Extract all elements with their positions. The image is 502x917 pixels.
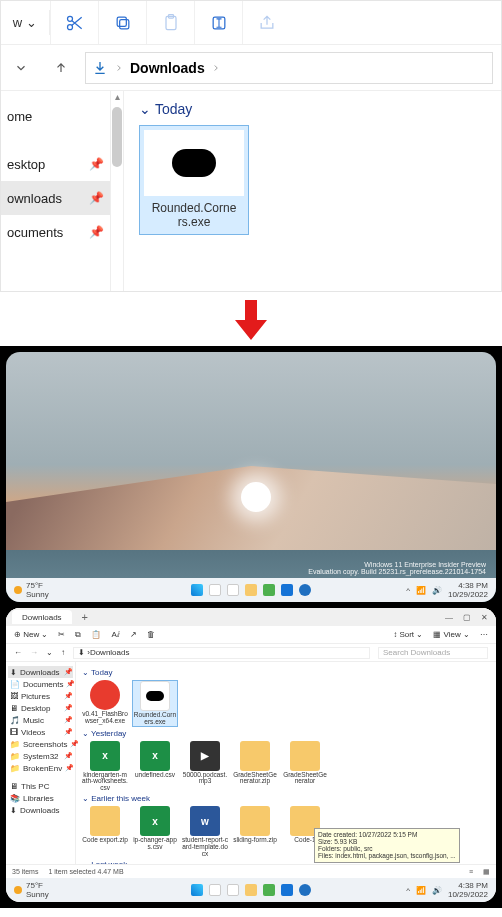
file-tile[interactable]: v0.41_FlashBrowser_x64.exe <box>82 680 128 727</box>
explorer-icon[interactable] <box>245 584 257 596</box>
recent-dropdown[interactable] <box>1 45 41 90</box>
explorer-main: ⬇Downloads📌 📄Documents📌 🖼Pictures📌 🖥Desk… <box>6 662 496 864</box>
file-tile[interactable]: GradeSheetGenerator <box>282 741 328 792</box>
file-tile[interactable]: ▶50000.podcast.mp3 <box>182 741 228 792</box>
nav-item[interactable]: 🎞Videos📌 <box>8 726 73 738</box>
explorer-tab[interactable]: Downloads <box>12 610 72 624</box>
weather-temp: 75°F <box>26 581 43 590</box>
close-button[interactable]: ✕ <box>481 613 488 622</box>
volume-icon[interactable]: 🔊 <box>432 586 442 595</box>
file-tile[interactable]: xundefined.csv <box>132 741 178 792</box>
nav-item[interactable]: 🖥Desktop📌 <box>8 702 73 714</box>
edge-icon[interactable] <box>299 884 311 896</box>
group-earlier-week[interactable]: ⌄ Earlier this week <box>82 794 490 803</box>
more-button[interactable]: ⋯ <box>480 630 488 639</box>
nav-item[interactable]: 🎵Music📌 <box>8 714 73 726</box>
maximize-button[interactable]: ▢ <box>463 613 471 622</box>
taskbar-tray[interactable]: ^ 📶 🔊 4:38 PM10/29/2022 <box>406 581 488 599</box>
group-today[interactable]: ⌄ Today <box>82 668 490 677</box>
rename-button[interactable] <box>194 1 242 44</box>
copy-button[interactable] <box>98 1 146 44</box>
paste-button[interactable] <box>146 1 194 44</box>
nav-item[interactable]: 📁Screenshots📌 <box>8 738 73 750</box>
file-tile[interactable]: xkindergarten-math-worksheets.csv <box>82 741 128 792</box>
forward-button[interactable]: → <box>30 648 38 657</box>
cut-button[interactable]: ✂ <box>58 630 65 639</box>
file-tile[interactable]: GradeSheetGenerator.zip <box>232 741 278 792</box>
app-icon[interactable] <box>263 584 275 596</box>
taskview-icon[interactable] <box>227 884 239 896</box>
view-grid-button[interactable]: ▦ <box>483 868 490 876</box>
explorer-icon[interactable] <box>245 884 257 896</box>
tooltip-line: Date created: 10/27/2022 5:15 PM <box>318 831 456 838</box>
tray-chevron-icon[interactable]: ^ <box>406 586 410 595</box>
file-tile-rounded-corners[interactable]: Rounded.Corners.exe <box>132 680 178 727</box>
store-icon[interactable] <box>281 884 293 896</box>
file-pane[interactable]: ▴ ⌄ Today Rounded.Corne rs.exe <box>111 91 501 291</box>
nav-item-libraries[interactable]: 📚Libraries <box>8 792 73 804</box>
sort-button[interactable]: ↕ Sort ⌄ <box>393 630 423 639</box>
recent-button[interactable]: ⌄ <box>46 648 53 657</box>
group-header-today[interactable]: ⌄ Today <box>139 101 487 117</box>
sidebar-item-home[interactable]: ome <box>1 99 110 133</box>
scrollbar[interactable]: ▴ <box>110 91 124 291</box>
sidebar-item-desktop[interactable]: esktop📌 <box>1 147 110 181</box>
scroll-thumb[interactable] <box>112 107 122 167</box>
volume-icon[interactable]: 🔊 <box>432 886 442 895</box>
minimize-button[interactable]: — <box>445 613 453 622</box>
nav-item-thispc[interactable]: 🖥This PC <box>8 780 73 792</box>
taskview-icon[interactable] <box>227 584 239 596</box>
up-button[interactable] <box>41 45 81 90</box>
sidebar-item-downloads[interactable]: ownloads📌 <box>1 181 110 215</box>
taskbar[interactable]: 75°FSunny ^ 📶 🔊 4:38 PM10/29/2022 <box>6 878 496 902</box>
share-button[interactable]: ↗ <box>130 630 137 639</box>
file-tile[interactable]: xip-changer-apps.csv <box>132 806 178 857</box>
taskbar-weather[interactable]: 75°FSunny <box>14 581 49 599</box>
file-tile[interactable]: wstudent-report-card-template.docx <box>182 806 228 857</box>
nav-item[interactable]: 📁BrokenEnv📌 <box>8 762 73 774</box>
paste-button[interactable]: 📋 <box>91 630 101 639</box>
copy-button[interactable]: ⧉ <box>75 630 81 640</box>
file-tile[interactable]: sliding-form.zip <box>232 806 278 857</box>
view-details-button[interactable]: ≡ <box>469 868 473 875</box>
view-button[interactable]: ▦ View ⌄ <box>433 630 470 639</box>
taskbar-tray[interactable]: ^ 📶 🔊 4:38 PM10/29/2022 <box>406 881 488 899</box>
breadcrumb-bar[interactable]: Downloads <box>85 52 493 84</box>
start-icon[interactable] <box>191 584 203 596</box>
file-pane[interactable]: ⌄ Today v0.41_FlashBrowser_x64.exe Round… <box>76 662 496 864</box>
file-tile[interactable]: Code export.zip <box>82 806 128 857</box>
delete-button[interactable]: 🗑 <box>147 630 155 639</box>
nav-item[interactable]: 📁System32📌 <box>8 750 73 762</box>
taskbar[interactable]: 75°FSunny ^ 📶 🔊 4:38 PM10/29/2022 <box>6 578 496 602</box>
store-icon[interactable] <box>281 584 293 596</box>
wifi-icon[interactable]: 📶 <box>416 586 426 595</box>
back-button[interactable]: ← <box>14 648 22 657</box>
search-icon[interactable] <box>209 884 221 896</box>
file-tile-rounded-corners[interactable]: Rounded.Corne rs.exe <box>139 125 249 235</box>
tray-chevron-icon[interactable]: ^ <box>406 886 410 895</box>
edge-icon[interactable] <box>299 584 311 596</box>
rename-button[interactable]: Aⅈ <box>111 630 119 639</box>
search-input[interactable]: Search Downloads <box>378 647 488 659</box>
nav-item[interactable]: ⬇Downloads📌 <box>8 666 73 678</box>
start-icon[interactable] <box>191 884 203 896</box>
cut-button[interactable] <box>50 1 98 44</box>
new-tab-button[interactable]: + <box>78 611 92 623</box>
desktop-wallpaper[interactable]: Windows 11 Enterprise Insider Preview Ev… <box>6 352 496 602</box>
taskbar-weather[interactable]: 75°FSunny <box>14 881 49 899</box>
sidebar-item-documents[interactable]: ocuments📌 <box>1 215 110 249</box>
new-button[interactable]: ⊕ New ⌄ <box>14 630 48 639</box>
wifi-icon[interactable]: 📶 <box>416 886 426 895</box>
ribbon-view-dropdown[interactable]: w ⌄ <box>1 1 49 44</box>
share-button[interactable] <box>242 1 290 44</box>
scroll-up-icon[interactable]: ▴ <box>115 91 120 105</box>
nav-item[interactable]: 🖼Pictures📌 <box>8 690 73 702</box>
search-icon[interactable] <box>209 584 221 596</box>
group-yesterday[interactable]: ⌄ Yesterday <box>82 729 490 738</box>
nav-item[interactable]: 📄Documents📌 <box>8 678 73 690</box>
breadcrumb-bar[interactable]: ⬇ › Downloads <box>73 647 370 659</box>
app-icon[interactable] <box>263 884 275 896</box>
breadcrumb-folder[interactable]: Downloads <box>130 60 205 76</box>
up-button[interactable]: ↑ <box>61 648 65 657</box>
nav-item[interactable]: ⬇Downloads <box>8 804 73 816</box>
